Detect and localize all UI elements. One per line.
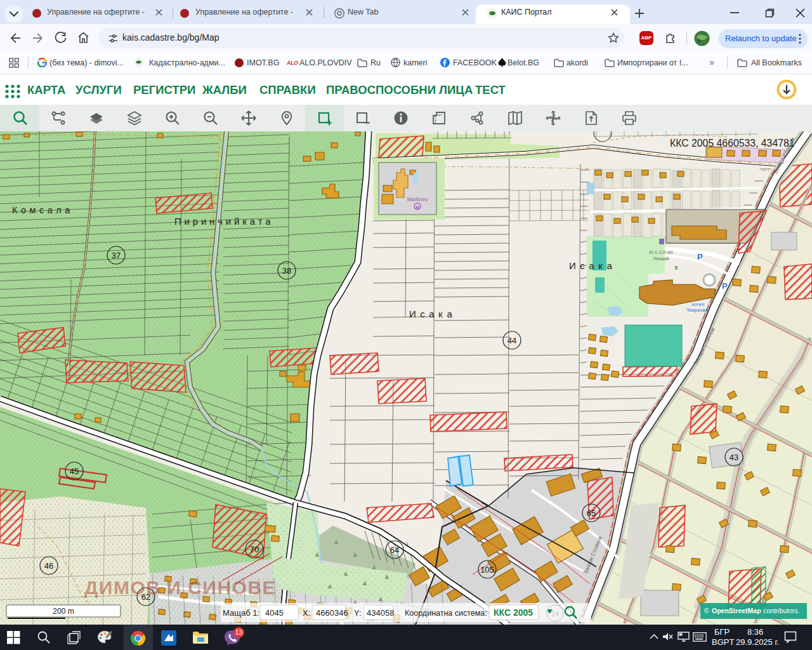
svg-text:"Марково": "Марково": [686, 307, 710, 313]
svg-text:65: 65: [587, 508, 596, 518]
svg-text:И-1 СЛ-90: И-1 СЛ-90: [649, 249, 673, 255]
svg-text:Y:: Y:: [354, 608, 362, 618]
svg-text:45: 45: [70, 467, 79, 476]
svg-text:200 m: 200 m: [53, 607, 74, 616]
svg-text:Исака: Исака: [569, 260, 616, 271]
svg-text:P: P: [722, 281, 728, 291]
svg-text:434058: 434058: [367, 608, 394, 618]
svg-text:ККС 2005 4660533, 434781: ККС 2005 4660533, 434781: [670, 138, 795, 149]
svg-text:©: ©: [704, 607, 709, 614]
svg-text:64: 64: [390, 545, 399, 555]
svg-text:хотел: хотел: [691, 302, 705, 307]
svg-text:37: 37: [112, 251, 121, 260]
svg-text:Мащаб 1:: Мащаб 1:: [223, 608, 259, 618]
svg-text:24: 24: [551, 610, 559, 618]
svg-text:Пиринчийката: Пиринчийката: [174, 216, 273, 227]
svg-text:contributors.: contributors.: [763, 607, 800, 614]
svg-text:70: 70: [250, 545, 259, 554]
svg-text:4045: 4045: [265, 608, 284, 618]
svg-text:ККС 2005: ККС 2005: [494, 607, 533, 618]
svg-text:P: P: [697, 252, 703, 262]
svg-text:105: 105: [480, 565, 494, 574]
svg-text:Комсала: Комсала: [12, 205, 74, 215]
svg-text:OpenStreetMap: OpenStreetMap: [712, 607, 761, 614]
svg-text:46: 46: [44, 561, 53, 571]
svg-text:38: 38: [282, 266, 291, 275]
svg-text:Исака: Исака: [409, 308, 456, 319]
svg-text:43: 43: [730, 453, 738, 462]
svg-text:X:: X:: [303, 608, 310, 618]
svg-text:Координатна система:: Координатна система:: [405, 609, 487, 618]
svg-text:ДИМОВ И СИНОВЕ: ДИМОВ И СИНОВЕ: [84, 577, 276, 598]
svg-text:H: H: [416, 204, 419, 210]
svg-text:44: 44: [508, 336, 516, 345]
svg-text:Markovo: Markovo: [407, 196, 428, 202]
svg-text:x: x: [674, 264, 678, 271]
svg-text:Леший: Леший: [653, 256, 669, 262]
svg-text:4660346: 4660346: [316, 608, 348, 618]
